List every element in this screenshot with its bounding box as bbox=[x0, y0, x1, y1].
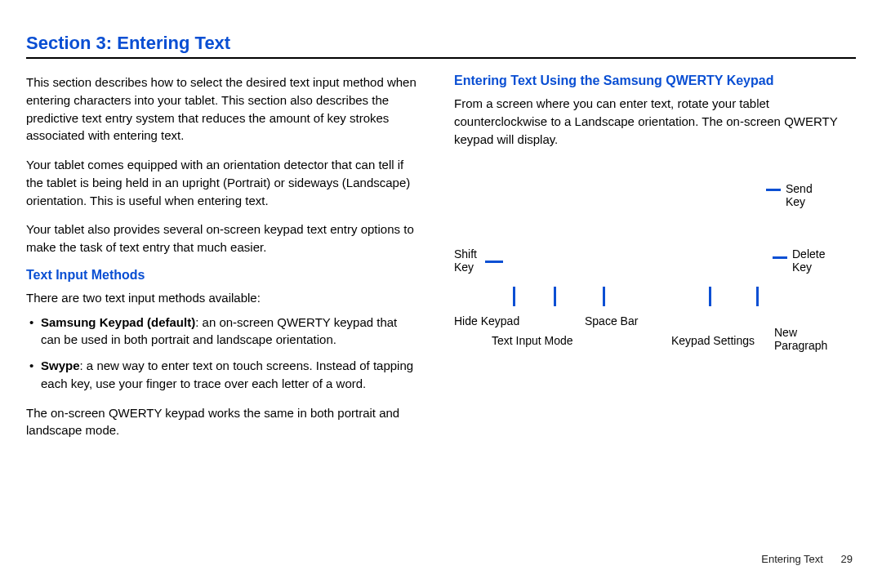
bullet-text: : a new way to enter text on touch scree… bbox=[41, 359, 413, 390]
page-footer: Entering Text 29 bbox=[761, 553, 853, 565]
callout-line-icon bbox=[766, 189, 781, 191]
callout-delete-key: Delete Key bbox=[792, 247, 825, 274]
qwerty-paragraph: From a screen where you can enter text, … bbox=[454, 95, 846, 148]
callout-shift-key: Shift Key bbox=[454, 247, 477, 274]
subheading-text-input-methods: Text Input Methods bbox=[26, 268, 428, 283]
list-item: Swype: a new way to enter text on touch … bbox=[26, 357, 416, 393]
two-column-layout: This section describes how to select the… bbox=[26, 74, 856, 451]
bullet-label: Swype bbox=[41, 359, 80, 372]
page-number: 29 bbox=[841, 553, 853, 565]
callout-line-icon bbox=[756, 287, 759, 306]
title-rule bbox=[26, 57, 856, 59]
methods-intro: There are two text input methods availab… bbox=[26, 289, 418, 307]
callout-line-icon bbox=[485, 261, 503, 263]
callout-text-input-mode: Text Input Mode bbox=[492, 334, 573, 347]
manual-page: Section 3: Entering Text This section de… bbox=[0, 0, 882, 588]
footer-section-name: Entering Text bbox=[761, 553, 823, 565]
section-title: Section 3: Entering Text bbox=[26, 33, 856, 54]
callout-new-paragraph: New Paragraph bbox=[774, 326, 827, 352]
bullet-label: Samsung Keypad (default) bbox=[41, 315, 195, 329]
list-item: Samsung Keypad (default): an on-screen Q… bbox=[26, 314, 416, 350]
callout-send-key: Send Key bbox=[786, 182, 813, 208]
callout-space-bar: Space Bar bbox=[585, 314, 638, 327]
intro-paragraph-3: Your tablet also provides several on-scr… bbox=[26, 220, 418, 256]
intro-paragraph-2: Your tablet comes equipped with an orien… bbox=[26, 156, 418, 209]
subheading-qwerty-keypad: Entering Text Using the Samsung QWERTY K… bbox=[454, 74, 856, 88]
methods-list: Samsung Keypad (default): an on-screen Q… bbox=[26, 314, 428, 393]
left-column: This section describes how to select the… bbox=[26, 74, 428, 451]
right-column: Entering Text Using the Samsung QWERTY K… bbox=[454, 74, 856, 451]
callout-line-icon bbox=[554, 287, 556, 306]
keypad-callout-diagram: Send Key Shift Key Delete Key Hide Keypa… bbox=[454, 163, 830, 375]
callout-keypad-settings: Keypad Settings bbox=[671, 334, 755, 347]
callout-line-icon bbox=[603, 287, 605, 306]
callout-hide-keypad: Hide Keypad bbox=[454, 314, 519, 327]
callout-line-icon bbox=[709, 287, 711, 306]
methods-outro: The on-screen QWERTY keypad works the sa… bbox=[26, 404, 418, 440]
intro-paragraph-1: This section describes how to select the… bbox=[26, 74, 418, 145]
callout-line-icon bbox=[773, 256, 787, 259]
callout-line-icon bbox=[513, 287, 515, 306]
